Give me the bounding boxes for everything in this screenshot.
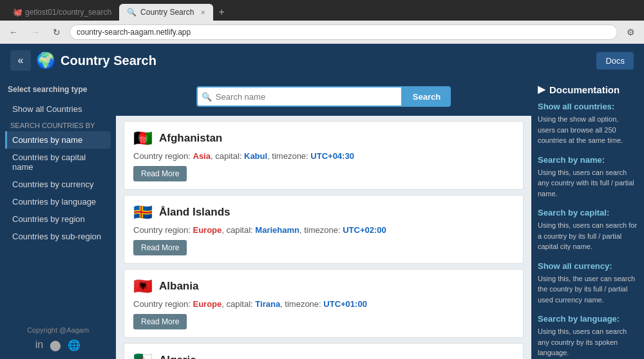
layout: Select searching type Show all Countries… (0, 77, 644, 359)
doc-section-show-all-body: Using the show all option, users can bro… (538, 114, 638, 146)
doc-section-search-capital: Search by capital: Using this, users can… (538, 208, 638, 252)
timezone: UTC+04:30 (310, 151, 354, 161)
country-name: Afghanistan (159, 132, 222, 145)
app-title: Country Search (61, 53, 156, 68)
doc-section-search-language: Search by language: Using this, users ca… (538, 314, 638, 358)
search-bar-area: 🔍 Search (116, 77, 531, 116)
app-header: « 🌍 Country Search Docs (0, 44, 644, 77)
country-name: Albania (159, 280, 198, 293)
main-content: 🔍 Search 🇦🇫 Afghanistan Country region: … (116, 77, 531, 359)
sidebar-show-all[interactable]: Show all Countries (5, 100, 111, 118)
nav-bar: ← → ↻ country-search-aagam.netlify.app ⚙ (0, 21, 644, 44)
docs-title-text: Documentation (549, 84, 620, 95)
country-info: Country region: Europe, capital: Tirana,… (133, 299, 514, 309)
country-header: 🇦🇫 Afghanistan (133, 129, 514, 147)
capital-link[interactable]: Kabul (244, 151, 267, 161)
sidebar: Select searching type Show all Countries… (0, 77, 116, 359)
doc-section-search-name: Search by name: Using this, users can se… (538, 155, 638, 199)
search-button[interactable]: Search (402, 86, 451, 107)
country-header: 🇦🇽 Åland Islands (133, 203, 514, 221)
country-flag: 🇦🇫 (133, 129, 153, 147)
doc-section-search-name-body: Using this, users can search any country… (538, 167, 638, 199)
search-input[interactable] (196, 86, 402, 107)
header-logo-icon: 🌍 (36, 51, 55, 69)
tab-bar: 🐙 getlost01/country_search 🔍 Country Sea… (0, 0, 644, 21)
timezone: UTC+01:00 (323, 299, 367, 309)
search-form: 🔍 Search (196, 86, 451, 107)
capital-link[interactable]: Tirana (255, 299, 280, 309)
capital-link[interactable]: Mariehamn (255, 225, 299, 235)
doc-section-search-language-body: Using this, users can search any country… (538, 326, 638, 358)
docs-button[interactable]: Docs (596, 52, 634, 69)
doc-section-search-capital-body: Using this, users can search for a count… (538, 220, 638, 252)
tab-inactive[interactable]: 🐙 getlost01/country_search (5, 4, 119, 21)
github-tab-icon: 🐙 (13, 8, 23, 17)
country-flag: 🇦🇽 (133, 203, 153, 221)
sidebar-item-region[interactable]: Countries by region (5, 210, 111, 228)
doc-section-search-capital-title: Search by capital: (538, 208, 638, 217)
country-info: Country region: Asia, capital: Kabul, ti… (133, 151, 514, 161)
sidebar-item-language[interactable]: Countries by language (5, 193, 111, 210)
doc-section-show-currency: Show all currency: Using this, the user … (538, 261, 638, 306)
country-header: 🇦🇱 Albania (133, 277, 514, 295)
browser-chrome: 🐙 getlost01/country_search 🔍 Country Sea… (0, 0, 644, 44)
doc-section-search-language-title: Search by language: (538, 314, 638, 324)
address-bar[interactable]: country-search-aagam.netlify.app (70, 24, 618, 40)
app: « 🌍 Country Search Docs Select searching… (0, 44, 644, 359)
country-list: 🇦🇫 Afghanistan Country region: Asia, cap… (116, 116, 531, 359)
country-name: Algeria (159, 354, 196, 359)
country-card-algeria: 🇩🇿 Algeria Country region: Africa, capit… (124, 343, 524, 359)
docs-panel-title: ▶ Documentation (538, 84, 638, 95)
search-tab-icon: 🔍 (127, 8, 137, 17)
github-icon[interactable]: ⬤ (50, 339, 61, 351)
sidebar-item-name[interactable]: Countries by name (5, 131, 111, 149)
country-info: Country region: Europe, capital: Marieha… (133, 225, 514, 235)
collapse-sidebar-button[interactable]: « (10, 50, 31, 71)
docs-arrow-icon: ▶ (538, 84, 545, 95)
country-header: 🇩🇿 Algeria (133, 351, 514, 359)
country-card-afghanistan: 🇦🇫 Afghanistan Country region: Asia, cap… (124, 121, 524, 190)
tab-active[interactable]: 🔍 Country Search ✕ (119, 4, 213, 21)
doc-section-show-currency-body: Using this, the user can search the coun… (538, 273, 638, 306)
active-tab-label: Country Search (140, 8, 194, 17)
address-text: country-search-aagam.netlify.app (77, 28, 191, 37)
tab-label: getlost01/country_search (25, 8, 111, 17)
doc-section-show-currency-title: Show all currency: (538, 261, 638, 271)
sidebar-item-capital[interactable]: Countries by capital name (5, 149, 111, 176)
country-name: Åland Islands (159, 206, 231, 219)
extensions-button[interactable]: ⚙ (623, 26, 639, 39)
sidebar-search-type-title: Select searching type (5, 85, 111, 94)
doc-section-search-name-title: Search by name: (538, 155, 638, 165)
tab-close-icon[interactable]: ✕ (200, 9, 205, 16)
globe-icon[interactable]: 🌐 (68, 339, 80, 351)
region-link[interactable]: Europe (193, 299, 222, 309)
read-more-button[interactable]: Read More (133, 314, 187, 329)
read-more-button[interactable]: Read More (133, 166, 187, 181)
forward-button[interactable]: → (27, 26, 44, 39)
sidebar-spacer (5, 245, 111, 326)
header-left: « 🌍 Country Search (10, 50, 156, 71)
region-link[interactable]: Asia (193, 151, 211, 161)
new-tab-button[interactable]: + (213, 4, 229, 21)
country-card-aland: 🇦🇽 Åland Islands Country region: Europe,… (124, 195, 524, 264)
reload-button[interactable]: ↻ (49, 26, 64, 39)
doc-section-show-all: Show all countries: Using the show all o… (538, 102, 638, 146)
sidebar-social-icons: in ⬤ 🌐 (5, 339, 111, 351)
header-title: 🌍 Country Search (36, 51, 156, 69)
search-input-wrapper: 🔍 (196, 86, 402, 107)
sidebar-copyright: Copyright @Aagam (5, 326, 111, 334)
country-flag: 🇦🇱 (133, 277, 153, 295)
sidebar-item-subregion[interactable]: Countries by sub-region (5, 228, 111, 245)
docs-panel: ▶ Documentation Show all countries: Usin… (531, 77, 644, 359)
timezone: UTC+02:00 (343, 225, 386, 235)
read-more-button[interactable]: Read More (133, 240, 187, 255)
linkedin-icon[interactable]: in (35, 339, 43, 351)
country-flag: 🇩🇿 (133, 351, 153, 359)
back-button[interactable]: ← (5, 26, 22, 39)
search-input-icon: 🔍 (202, 92, 212, 102)
sidebar-item-currency[interactable]: Countries by currency (5, 176, 111, 193)
doc-section-show-all-title: Show all countries: (538, 102, 638, 111)
sidebar-search-by-title: Search Countries by (5, 118, 111, 131)
region-link[interactable]: Europe (193, 225, 222, 235)
country-card-albania: 🇦🇱 Albania Country region: Europe, capit… (124, 269, 524, 338)
